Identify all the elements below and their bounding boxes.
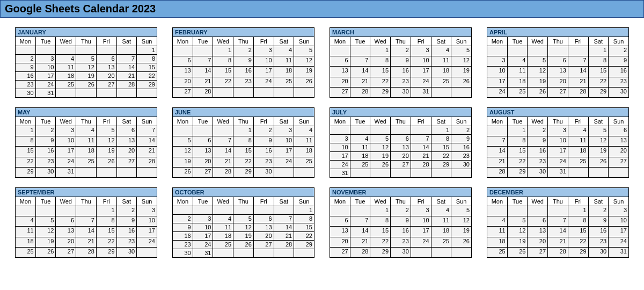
day-cell[interactable]: 28	[350, 247, 370, 257]
day-cell[interactable]: 26	[233, 241, 254, 249]
day-cell[interactable]: 24	[193, 241, 213, 249]
day-cell[interactable]	[137, 89, 157, 98]
day-cell[interactable]	[173, 206, 193, 215]
day-cell[interactable]	[507, 206, 528, 216]
day-cell[interactable]: 15	[370, 67, 391, 77]
day-cell[interactable]: 14	[487, 147, 508, 157]
day-cell[interactable]: 12	[35, 227, 56, 237]
day-cell[interactable]	[76, 206, 97, 216]
day-cell[interactable]: 18	[294, 147, 314, 157]
day-cell[interactable]: 23	[233, 77, 254, 87]
day-cell[interactable]: 15	[294, 223, 314, 232]
day-cell[interactable]: 27	[116, 157, 137, 167]
day-cell[interactable]: 10	[253, 56, 274, 67]
day-cell[interactable]: 29	[568, 247, 588, 257]
day-cell[interactable]	[391, 126, 411, 135]
day-cell[interactable]: 11	[507, 67, 528, 77]
day-cell[interactable]: 16	[451, 143, 472, 152]
day-cell[interactable]	[330, 206, 350, 216]
day-cell[interactable]: 14	[116, 63, 137, 72]
day-cell[interactable]: 26	[507, 247, 528, 257]
day-cell[interactable]: 31	[193, 249, 213, 258]
day-cell[interactable]: 25	[76, 157, 97, 167]
day-cell[interactable]: 16	[588, 227, 609, 237]
day-cell[interactable]: 10	[56, 136, 76, 147]
day-cell[interactable]: 29	[137, 81, 157, 89]
day-cell[interactable]	[16, 46, 36, 55]
day-cell[interactable]: 5	[507, 216, 528, 227]
day-cell[interactable]: 1	[16, 126, 36, 136]
day-cell[interactable]: 19	[451, 67, 472, 77]
day-cell[interactable]: 4	[568, 126, 588, 136]
day-cell[interactable]	[588, 167, 609, 177]
day-cell[interactable]	[370, 169, 391, 178]
day-cell[interactable]: 9	[391, 216, 411, 227]
day-cell[interactable]: 1	[294, 206, 314, 215]
day-cell[interactable]: 13	[173, 67, 193, 77]
day-cell[interactable]	[56, 206, 76, 216]
day-cell[interactable]: 15	[568, 227, 588, 237]
day-cell[interactable]: 1	[370, 206, 391, 216]
day-cell[interactable]: 4	[213, 215, 233, 223]
day-cell[interactable]: 31	[35, 89, 56, 98]
day-cell[interactable]: 20	[548, 77, 568, 87]
day-cell[interactable]: 21	[568, 77, 588, 87]
day-cell[interactable]	[173, 126, 193, 136]
day-cell[interactable]: 16	[16, 72, 36, 81]
day-cell[interactable]: 1	[233, 126, 254, 136]
day-cell[interactable]: 22	[137, 72, 157, 81]
day-cell[interactable]: 28	[548, 247, 568, 257]
day-cell[interactable]	[96, 167, 116, 177]
day-cell[interactable]: 24	[330, 161, 350, 169]
day-cell[interactable]: 22	[370, 77, 391, 87]
day-cell[interactable]: 1	[96, 206, 116, 216]
day-cell[interactable]: 23	[253, 157, 274, 167]
day-cell[interactable]: 7	[568, 56, 588, 67]
day-cell[interactable]: 27	[609, 157, 629, 167]
day-cell[interactable]	[274, 167, 294, 177]
day-cell[interactable]	[233, 87, 254, 97]
day-cell[interactable]: 30	[16, 89, 36, 98]
day-cell[interactable]	[96, 46, 116, 55]
day-cell[interactable]: 24	[253, 77, 274, 87]
day-cell[interactable]	[116, 46, 137, 55]
day-cell[interactable]: 21	[76, 237, 97, 247]
day-cell[interactable]: 10	[137, 216, 157, 227]
day-cell[interactable]	[350, 206, 370, 216]
day-cell[interactable]: 12	[294, 56, 314, 67]
day-cell[interactable]: 17	[253, 67, 274, 77]
day-cell[interactable]: 30	[609, 87, 629, 97]
day-cell[interactable]: 3	[411, 46, 431, 56]
day-cell[interactable]: 27	[56, 247, 76, 257]
day-cell[interactable]: 20	[56, 237, 76, 247]
day-cell[interactable]	[528, 206, 548, 216]
day-cell[interactable]: 7	[411, 135, 431, 143]
day-cell[interactable]	[609, 167, 629, 177]
day-cell[interactable]: 24	[487, 87, 508, 97]
day-cell[interactable]: 4	[431, 206, 451, 216]
day-cell[interactable]: 27	[173, 87, 193, 97]
day-cell[interactable]: 27	[193, 167, 213, 177]
day-cell[interactable]: 17	[411, 227, 431, 237]
day-cell[interactable]: 19	[173, 157, 193, 167]
day-cell[interactable]: 4	[431, 46, 451, 56]
day-cell[interactable]	[507, 46, 528, 56]
day-cell[interactable]: 22	[233, 157, 254, 167]
day-cell[interactable]: 16	[116, 227, 137, 237]
day-cell[interactable]: 14	[213, 147, 233, 157]
day-cell[interactable]: 15	[16, 147, 36, 157]
day-cell[interactable]: 6	[96, 55, 116, 63]
day-cell[interactable]: 2	[588, 206, 609, 216]
day-cell[interactable]: 28	[411, 161, 431, 169]
day-cell[interactable]: 15	[137, 63, 157, 72]
day-cell[interactable]: 11	[487, 227, 508, 237]
day-cell[interactable]	[116, 167, 137, 177]
day-cell[interactable]: 11	[431, 56, 451, 67]
day-cell[interactable]: 15	[213, 67, 233, 77]
day-cell[interactable]: 18	[213, 232, 233, 241]
day-cell[interactable]	[451, 247, 472, 257]
day-cell[interactable]: 22	[213, 77, 233, 87]
day-cell[interactable]: 25	[274, 77, 294, 87]
day-cell[interactable]: 17	[35, 72, 56, 81]
day-cell[interactable]: 1	[568, 206, 588, 216]
